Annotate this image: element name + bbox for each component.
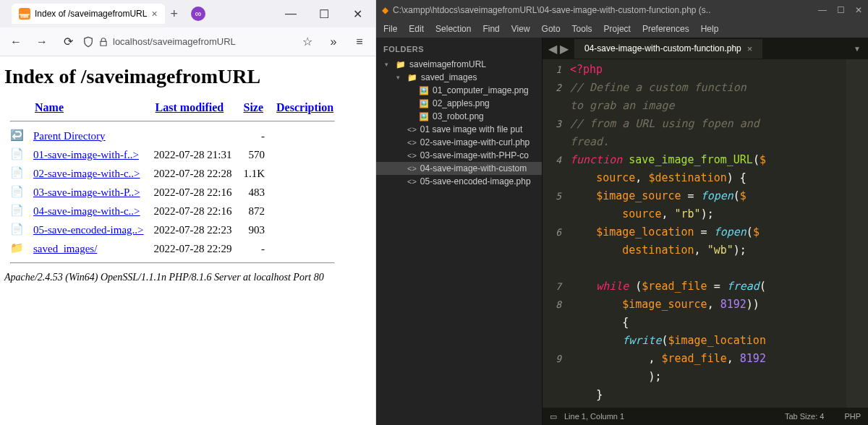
- tree-label: 03_robot.png: [433, 111, 484, 121]
- lock-icon: [98, 37, 109, 47]
- menu-selection[interactable]: Selection: [435, 24, 471, 34]
- app-menu-button[interactable]: ≡: [348, 30, 371, 53]
- close-icon[interactable]: ×: [151, 8, 157, 20]
- menu-project[interactable]: Project: [604, 24, 631, 34]
- file-size: 1.1K: [238, 165, 270, 182]
- tree-item[interactable]: <>04-save-image-with-custom: [376, 162, 542, 175]
- col-size[interactable]: Size: [238, 100, 270, 116]
- editor-open-tab[interactable]: 04-save-image-with-custom-function.php ×: [574, 39, 762, 59]
- browser-tab-strip: ᚅ Index of /saveimagefromURL × + ∞ — ☐ ✕: [0, 0, 375, 27]
- tree-label: 05-save-encoded-image.php: [420, 176, 531, 186]
- col-modified[interactable]: Last modified: [150, 100, 237, 116]
- file-link[interactable]: 04-save-image-with-c..>: [33, 205, 140, 217]
- file-link[interactable]: 03-save-image-with-P..>: [33, 186, 140, 198]
- tree-label: saveimagefromURL: [409, 59, 486, 69]
- tree-label: 03-save-image-with-PHP-co: [420, 150, 529, 160]
- tree-item[interactable]: ▾📁saveimagefromURL: [376, 58, 542, 71]
- file-modified: 2022-07-28 22:16: [150, 184, 237, 201]
- file-modified: 2022-07-28 21:31: [150, 146, 237, 163]
- parent-directory-link[interactable]: Parent Directory: [33, 130, 106, 142]
- editor-titlebar: ◆ C:\xampp\htdocs\saveimagefromURL\04-sa…: [376, 0, 868, 20]
- bookmark-button[interactable]: ☆: [296, 30, 319, 53]
- file-icon: 📄: [10, 204, 23, 218]
- menu-help[interactable]: Help: [701, 24, 719, 34]
- menu-file[interactable]: File: [383, 24, 397, 34]
- tab-overflow-icon[interactable]: ▼: [846, 45, 868, 53]
- maximize-button[interactable]: ☐: [312, 4, 336, 24]
- close-window-button[interactable]: ✕: [345, 4, 370, 24]
- file-link[interactable]: 05-save-encoded-imag..>: [33, 224, 144, 236]
- minimap[interactable]: [846, 59, 868, 408]
- editor-menu-bar: FileEditSelectionFindViewGotoToolsProjec…: [376, 20, 868, 38]
- minimize-button[interactable]: —: [278, 4, 303, 24]
- page-title: Index of /saveimagefromURL: [4, 65, 371, 88]
- tree-item[interactable]: <>02-save-image-with-curl.php: [376, 136, 542, 149]
- file-icon: 📄: [10, 185, 23, 199]
- tab-nav: ◀ ▶: [542, 42, 574, 56]
- tree-label: 04-save-image-with-custom: [420, 163, 527, 173]
- php-icon: <>: [407, 138, 417, 147]
- back-button[interactable]: ←: [4, 30, 27, 53]
- col-desc[interactable]: Description: [271, 100, 339, 116]
- tab-title: Index of /saveimagefromURL: [35, 9, 147, 19]
- tab-prev-icon[interactable]: ◀: [548, 42, 557, 56]
- tree-item[interactable]: ▾📁saved_images: [376, 71, 542, 84]
- file-link[interactable]: saved_images/: [33, 243, 97, 254]
- editor-maximize-button[interactable]: ☐: [837, 5, 845, 15]
- file-link[interactable]: 01-save-image-with-f..>: [33, 149, 139, 160]
- php-icon: <>: [407, 164, 417, 173]
- code-lines[interactable]: <?php// Define a custom functionto grab …: [567, 59, 846, 408]
- page-content: Index of /saveimagefromURL Name Last mod…: [0, 56, 375, 288]
- menu-tools[interactable]: Tools: [572, 24, 592, 34]
- image-icon: 🖼️: [419, 99, 429, 108]
- menu-view[interactable]: View: [511, 24, 530, 34]
- menu-edit[interactable]: Edit: [409, 24, 424, 34]
- tree-item[interactable]: 🖼️01_computer_image.png: [376, 84, 542, 97]
- status-tab-size[interactable]: Tab Size: 4: [785, 412, 824, 421]
- tree-item[interactable]: <>03-save-image-with-PHP-co: [376, 149, 542, 162]
- tree-item[interactable]: 🖼️02_apples.png: [376, 97, 542, 110]
- php-icon: <>: [407, 151, 417, 160]
- menu-preferences[interactable]: Preferences: [642, 24, 689, 34]
- folder-icon: 📁: [396, 60, 406, 69]
- menu-goto[interactable]: Goto: [542, 24, 561, 34]
- forward-button[interactable]: →: [30, 30, 54, 53]
- overflow-button[interactable]: »: [322, 30, 345, 53]
- tree-label: 02_apples.png: [433, 98, 490, 108]
- editor-sidebar: FOLDERS ▾📁saveimagefromURL▾📁saved_images…: [376, 38, 542, 425]
- status-position[interactable]: Line 1, Column 1: [564, 412, 624, 421]
- reload-button[interactable]: ⟳: [56, 30, 80, 53]
- file-tree: ▾📁saveimagefromURL▾📁saved_images🖼️01_com…: [376, 56, 542, 189]
- status-language[interactable]: PHP: [844, 412, 861, 421]
- php-icon: <>: [407, 177, 417, 186]
- code-editor[interactable]: 123456789101112 <?php// Define a custom …: [542, 59, 868, 408]
- tab-next-icon[interactable]: ▶: [560, 42, 569, 56]
- folder-icon: 📁: [10, 241, 23, 256]
- editor-title-text: C:\xampp\htdocs\saveimagefromURL\04-save…: [393, 5, 711, 15]
- file-link[interactable]: 02-save-image-with-c..>: [33, 168, 140, 179]
- browser-tab[interactable]: ᚅ Index of /saveimagefromURL ×: [12, 4, 165, 24]
- address-bar[interactable]: localhost/saveimagefromURL: [82, 36, 293, 48]
- tree-item[interactable]: <>01 save image with file put: [376, 123, 542, 136]
- status-icon[interactable]: ▭: [550, 412, 557, 421]
- editor-close-button[interactable]: ✕: [855, 5, 862, 15]
- editor-tab-bar: ◀ ▶ 04-save-image-with-custom-function.p…: [542, 38, 868, 59]
- new-tab-button[interactable]: +: [171, 7, 179, 22]
- tree-label: saved_images: [421, 72, 477, 82]
- chevron-down-icon: ▾: [396, 74, 404, 81]
- editor-minimize-button[interactable]: —: [818, 5, 827, 15]
- file-modified: 2022-07-28 22:16: [150, 202, 237, 220]
- editor-body: FOLDERS ▾📁saveimagefromURL▾📁saved_images…: [376, 38, 868, 425]
- extension-icon[interactable]: ∞: [191, 7, 205, 21]
- tree-label: 01 save image with file put: [420, 124, 522, 134]
- tree-item[interactable]: 🖼️03_robot.png: [376, 110, 542, 123]
- image-icon: 🖼️: [419, 86, 429, 95]
- menu-find[interactable]: Find: [482, 24, 499, 34]
- col-name[interactable]: Name: [29, 100, 148, 116]
- directory-listing: Name Last modified Size Description ↩️ P…: [4, 98, 341, 269]
- image-icon: 🖼️: [419, 112, 429, 121]
- close-tab-icon[interactable]: ×: [747, 43, 753, 54]
- tree-item[interactable]: <>05-save-encoded-image.php: [376, 175, 542, 188]
- window-controls: — ☐ ✕: [278, 4, 370, 24]
- editor-main: ◀ ▶ 04-save-image-with-custom-function.p…: [542, 38, 868, 425]
